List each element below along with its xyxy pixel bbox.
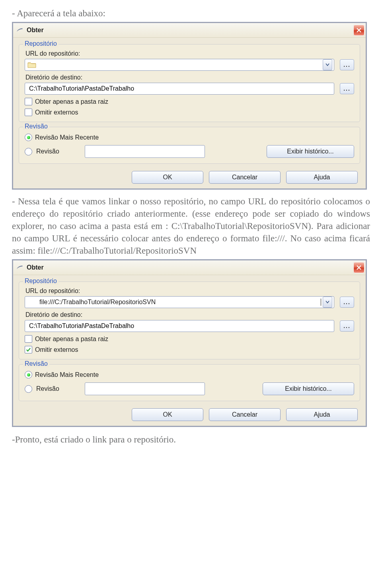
omit-externals-label: Omitir externos bbox=[35, 109, 78, 116]
dest-label: Diretório de destino: bbox=[25, 74, 354, 81]
radio-head-label: Revisão Mais Recente bbox=[35, 134, 99, 141]
checkmark-icon bbox=[26, 347, 31, 352]
dest-label: Diretório de destino: bbox=[25, 311, 354, 318]
cancel-button[interactable]: Cancelar bbox=[209, 171, 281, 184]
ok-button[interactable]: OK bbox=[132, 171, 203, 184]
only-root-checkbox[interactable] bbox=[25, 335, 32, 343]
revision-legend: Revisão bbox=[23, 360, 49, 367]
window-title: Obter bbox=[27, 264, 353, 271]
radio-revision-label: Revisão bbox=[36, 385, 65, 392]
url-browse-button[interactable]: ... bbox=[340, 59, 354, 70]
dest-browse-button[interactable]: ... bbox=[340, 320, 354, 332]
url-combobox[interactable]: file:///C:/TrabalhoTutorial/RepositorioS… bbox=[25, 296, 334, 308]
dialog-buttons: OK Cancelar Ajuda bbox=[17, 169, 362, 184]
repo-legend: Repositório bbox=[23, 278, 58, 285]
url-dropdown-button[interactable] bbox=[323, 297, 332, 308]
dialog-buttons: OK Cancelar Ajuda bbox=[17, 406, 362, 422]
mid-paragraph: - Nessa tela é que vamos linkar o nosso … bbox=[12, 195, 370, 257]
history-button[interactable]: Exibir histórico... bbox=[263, 382, 354, 395]
obter-dialog-1: Obter Repositório URL do repositório: ..… bbox=[12, 22, 367, 190]
revision-legend: Revisão bbox=[23, 123, 49, 130]
omit-externals-checkbox[interactable] bbox=[25, 346, 32, 353]
dest-input-field[interactable] bbox=[28, 322, 332, 330]
radio-revision[interactable] bbox=[25, 385, 32, 393]
only-root-label: Obter apenas a pasta raiz bbox=[35, 98, 108, 105]
radio-head[interactable] bbox=[25, 134, 32, 141]
radio-head-label: Revisão Mais Recente bbox=[35, 371, 99, 378]
url-dropdown-button[interactable] bbox=[323, 59, 332, 70]
close-button[interactable] bbox=[353, 25, 364, 36]
close-icon bbox=[356, 27, 362, 33]
dest-input[interactable] bbox=[25, 83, 334, 95]
radio-dot-icon bbox=[27, 136, 30, 139]
repo-groupbox: Repositório URL do repositório: ... Dire… bbox=[19, 44, 360, 122]
chevron-down-icon bbox=[325, 301, 329, 304]
folder-icon bbox=[27, 61, 36, 68]
only-root-label: Obter apenas a pasta raiz bbox=[35, 336, 108, 343]
cancel-button[interactable]: Cancelar bbox=[209, 408, 281, 421]
dest-input[interactable] bbox=[25, 320, 334, 332]
radio-revision[interactable] bbox=[25, 148, 32, 155]
dest-browse-button[interactable]: ... bbox=[340, 83, 354, 94]
radio-dot-icon bbox=[27, 373, 30, 376]
window-title: Obter bbox=[27, 27, 353, 34]
titlebar: Obter bbox=[13, 23, 366, 38]
radio-head[interactable] bbox=[25, 371, 32, 378]
revision-groupbox: Revisão Revisão Mais Recente Revisão Exi… bbox=[19, 127, 360, 164]
dest-input-field[interactable] bbox=[28, 85, 332, 93]
close-icon bbox=[356, 265, 362, 270]
url-combobox[interactable] bbox=[25, 59, 334, 71]
chevron-down-icon bbox=[325, 63, 329, 66]
obter-dialog-2: Obter Repositório URL do repositório: fi… bbox=[12, 259, 367, 427]
history-button[interactable]: Exibir histórico... bbox=[267, 145, 354, 158]
app-icon bbox=[16, 264, 23, 272]
titlebar: Obter bbox=[13, 260, 366, 275]
close-button[interactable] bbox=[353, 262, 364, 273]
ok-button[interactable]: OK bbox=[132, 408, 203, 421]
revision-input[interactable] bbox=[85, 145, 205, 158]
outro-text: -Pronto, está criado o link para o repos… bbox=[12, 433, 370, 446]
revision-groupbox: Revisão Revisão Mais Recente Revisão Exi… bbox=[19, 364, 360, 401]
only-root-checkbox[interactable] bbox=[25, 98, 32, 105]
url-browse-button[interactable]: ... bbox=[340, 297, 354, 308]
omit-externals-checkbox[interactable] bbox=[25, 109, 32, 116]
intro-text: - Aparecerá a tela abaixo: bbox=[12, 7, 370, 19]
url-label: URL do repositório: bbox=[25, 287, 354, 295]
radio-revision-label: Revisão bbox=[36, 148, 65, 155]
help-button[interactable]: Ajuda bbox=[286, 408, 358, 421]
repo-legend: Repositório bbox=[23, 40, 58, 47]
omit-externals-label: Omitir externos bbox=[35, 346, 78, 353]
revision-input[interactable] bbox=[85, 382, 205, 395]
url-label: URL do repositório: bbox=[25, 50, 354, 57]
app-icon bbox=[16, 26, 23, 34]
help-button[interactable]: Ajuda bbox=[286, 171, 358, 184]
url-value: file:///C:/TrabalhoTutorial/RepositorioS… bbox=[39, 299, 321, 306]
repo-groupbox: Repositório URL do repositório: file:///… bbox=[19, 281, 360, 359]
